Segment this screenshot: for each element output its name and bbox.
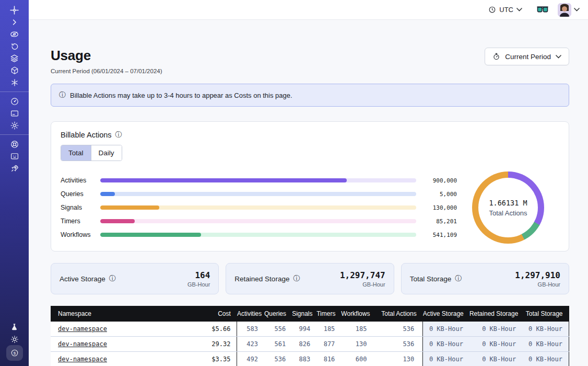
bar-fill	[100, 205, 159, 210]
asterisk-icon	[10, 78, 19, 87]
sidebar-item-feedback[interactable]	[5, 150, 25, 162]
info-icon[interactable]: ⓘ	[293, 274, 300, 283]
col-active-storage: Active Storage	[423, 306, 469, 322]
banner-text: Billable Actions may take up to 3-4 hour…	[70, 92, 292, 99]
tab-total[interactable]: Total	[61, 145, 91, 161]
cell-total-actions: 536	[373, 337, 422, 352]
cell-cost: $3.35	[180, 352, 237, 366]
col-timers: Timers	[316, 306, 341, 322]
cube-icon	[10, 66, 19, 75]
billable-chart: Activities 900,000 Queries 5,000 Signals…	[61, 171, 559, 244]
chevron-down-icon	[574, 8, 580, 12]
sidebar-item-getting-started[interactable]	[5, 162, 25, 174]
bar-label: Timers	[61, 218, 100, 225]
storage-summary-row: Active Storage ⓘ 164 GB-Hour Retained St…	[51, 263, 569, 294]
billable-actions-title: Billable Actions	[61, 131, 112, 139]
namespace-link[interactable]: dev-namespace	[58, 325, 107, 333]
bar-track	[100, 205, 416, 210]
cell-queries: 536	[264, 352, 292, 366]
bar-label: Signals	[61, 204, 100, 211]
cell-activities: 423	[237, 337, 264, 352]
sidebar-divider	[0, 134, 29, 135]
info-icon[interactable]: ⓘ	[115, 130, 122, 140]
cell-total-storage: 0 KB-Hour	[522, 352, 569, 366]
product-tour-button[interactable]	[537, 6, 548, 13]
bar-row: Timers 85,201	[61, 216, 457, 226]
bar-fill	[100, 219, 135, 223]
table-row: dev-namespace 29.32 423 561 826 877 130 …	[51, 337, 569, 352]
chevron-right-icon	[10, 18, 18, 26]
sidebar-item-namespaces[interactable]	[5, 28, 25, 40]
theme-toggle[interactable]	[5, 333, 25, 345]
col-queries: Queries	[264, 306, 292, 322]
bar-row: Signals 130,000	[61, 203, 457, 212]
sidebar-item-metrics[interactable]	[5, 95, 25, 107]
col-cost: Cost	[180, 306, 237, 322]
bar-value: 541,109	[424, 232, 457, 238]
sidebar-collapse-button[interactable]	[5, 16, 25, 28]
col-namespace: Namespace	[51, 306, 180, 322]
col-signals: Signals	[292, 306, 316, 322]
gauge-icon	[10, 97, 19, 106]
bar-chart: Activities 900,000 Queries 5,000 Signals…	[61, 176, 457, 239]
cell-workflows: 600	[341, 352, 373, 366]
cell-signals: 994	[292, 322, 316, 337]
namespace-link[interactable]: dev-namespace	[58, 340, 107, 348]
namespace-link[interactable]: dev-namespace	[58, 356, 107, 363]
bar-fill	[100, 178, 347, 182]
cell-active-storage: 0 KB-Hour	[423, 322, 469, 337]
cell-total-actions: 536	[373, 322, 422, 337]
cell-cost: $5.66	[180, 322, 237, 337]
sidebar-item-support[interactable]	[5, 138, 25, 150]
timezone-label: UTC	[499, 6, 513, 14]
sidebar-item-integrations[interactable]	[5, 107, 25, 119]
bar-label: Queries	[61, 190, 100, 198]
col-activities: Activities	[237, 306, 264, 322]
temporal-logo[interactable]	[5, 4, 25, 16]
active-storage-label: Active Storage	[60, 275, 105, 283]
bar-row: Queries 5,000	[61, 189, 457, 199]
gear-icon	[10, 121, 19, 130]
rocket-icon	[10, 164, 19, 173]
period-selector-button[interactable]: Current Period	[485, 48, 569, 65]
retained-storage-value: 1,297,747	[340, 270, 385, 280]
cell-queries: 556	[264, 322, 292, 337]
bar-fill	[100, 233, 201, 237]
retained-storage-label: Retained Storage	[234, 275, 289, 283]
svg-text:$: $	[13, 351, 16, 356]
sidebar-item-history[interactable]	[5, 40, 25, 52]
sidebar-item-labs[interactable]	[5, 321, 25, 333]
sidebar-item-usage[interactable]: $	[6, 345, 23, 361]
user-menu[interactable]	[558, 3, 580, 17]
sidebar-item-settings[interactable]	[5, 119, 25, 131]
sidebar-item-layers[interactable]	[5, 52, 25, 64]
period-button-label: Current Period	[505, 53, 551, 61]
eye-icon	[9, 29, 19, 39]
total-storage-unit: GB-Hour	[515, 281, 560, 288]
history-icon	[10, 42, 19, 51]
bar-track	[100, 219, 416, 223]
browser-card-icon	[10, 109, 19, 118]
sidebar-item-deployments[interactable]	[5, 64, 25, 76]
cell-signals: 883	[292, 352, 316, 366]
retained-storage-card: Retained Storage ⓘ 1,297,747 GB-Hour	[226, 263, 394, 294]
donut-chart: 1.66131 M Total Actions	[472, 171, 544, 244]
col-total-actions: Total Actions	[373, 306, 422, 322]
info-icon[interactable]: ⓘ	[455, 274, 462, 283]
cell-activities: 492	[237, 352, 264, 366]
sidebar-item-batch[interactable]	[5, 76, 25, 88]
cell-retained-storage: 0 KB-Hour	[469, 352, 522, 366]
info-icon: ⓘ	[59, 90, 66, 100]
total-storage-value: 1,297,910	[515, 270, 560, 280]
bar-row: Workflows 541,109	[61, 230, 457, 239]
stopwatch-icon	[492, 52, 500, 61]
timezone-selector[interactable]: UTC	[485, 4, 525, 16]
info-icon[interactable]: ⓘ	[109, 274, 116, 283]
sidebar-divider	[0, 92, 29, 92]
tab-daily[interactable]: Daily	[91, 145, 122, 161]
glasses-icon	[537, 6, 548, 13]
cell-timers: 877	[316, 337, 341, 352]
sun-icon	[10, 335, 19, 344]
cell-total-storage: 0 KB-Hour	[522, 322, 569, 337]
flask-icon	[10, 323, 19, 331]
